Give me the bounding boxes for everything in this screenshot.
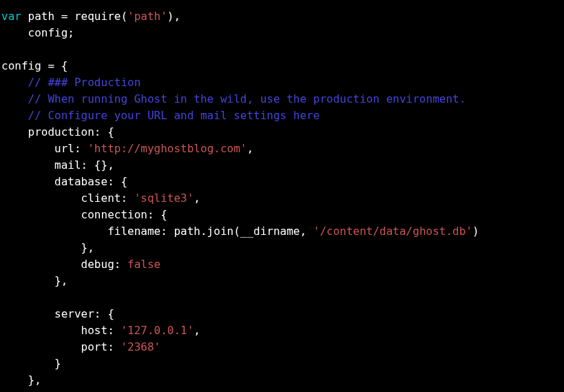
code-text: }, — [1, 373, 41, 386]
code-text: , — [247, 142, 253, 155]
code-text: debug: — [1, 258, 127, 271]
code-text: server: { — [1, 307, 114, 320]
code-text: connection: { — [1, 208, 167, 221]
string-literal: 'sqlite3' — [134, 192, 194, 205]
string-literal: 'http://myghostblog.com' — [87, 142, 247, 155]
code-text: , — [194, 192, 200, 205]
code-text: url: — [1, 142, 87, 155]
code-text: production: { — [1, 125, 114, 138]
code-text: host: — [1, 324, 121, 337]
code-text: } — [1, 357, 61, 370]
string-literal: '2368' — [121, 340, 160, 353]
code-text: path = require( — [21, 10, 127, 23]
code-text: config; — [1, 26, 74, 39]
code-text: ), — [167, 10, 180, 23]
comment: // When running Ghost in the wild, use t… — [1, 92, 466, 105]
code-text: filename: path.join(__dirname, — [1, 225, 313, 238]
code-text: port: — [1, 340, 121, 353]
code-text: config = { — [1, 59, 67, 72]
code-block: var path = require('path'), config; conf… — [1, 8, 563, 389]
code-text: }, — [1, 274, 67, 287]
code-text: , — [194, 324, 200, 337]
comment: // ### Production — [1, 76, 140, 89]
code-text: database: { — [1, 175, 127, 188]
code-text: }, — [1, 241, 94, 254]
string-literal: 'path' — [127, 10, 167, 23]
keyword-var: var — [1, 10, 21, 23]
comment: // Configure your URL and mail settings … — [1, 109, 320, 122]
literal-false: false — [127, 258, 160, 271]
string-literal: '127.0.0.1' — [121, 324, 194, 337]
code-text: ) — [472, 225, 479, 238]
code-text: client: — [1, 192, 134, 205]
code-text: mail: {}, — [1, 158, 114, 172]
string-literal: '/content/data/ghost.db' — [313, 225, 472, 238]
